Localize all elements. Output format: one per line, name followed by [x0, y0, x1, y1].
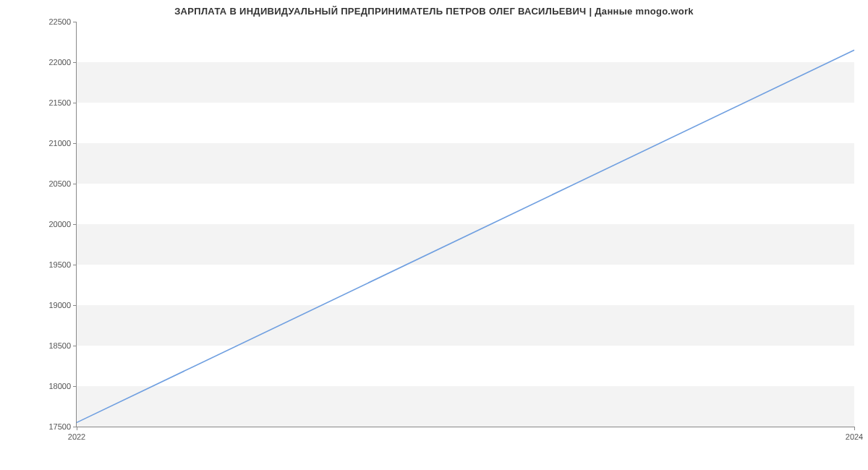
chart-title: ЗАРПЛАТА В ИНДИВИДУАЛЬНЫЙ ПРЕДПРИНИМАТЕЛ…	[0, 6, 868, 17]
y-tick-label: 22500	[48, 17, 77, 26]
y-tick-label: 20500	[48, 179, 77, 188]
y-tick-label: 18000	[48, 382, 77, 390]
y-tick-label: 21000	[48, 139, 77, 148]
chart-plot-area: 1750018000185001900019500200002050021000…	[76, 22, 854, 427]
y-tick-label: 18500	[48, 341, 77, 350]
y-tick-label: 22000	[48, 58, 77, 67]
y-tick-label: 20000	[48, 220, 77, 228]
chart-line-series	[77, 22, 854, 427]
x-tick-label: 2024	[846, 427, 863, 441]
x-tick-label: 2022	[68, 427, 85, 441]
y-tick-label: 19000	[48, 301, 77, 309]
y-tick-label: 19500	[48, 260, 77, 269]
data-line	[77, 50, 854, 422]
y-tick-label: 21500	[48, 98, 77, 107]
